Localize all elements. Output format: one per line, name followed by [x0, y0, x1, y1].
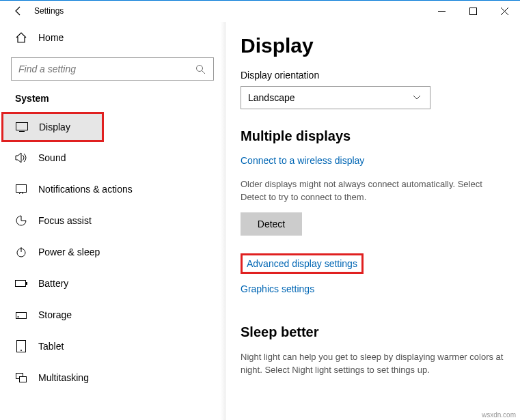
- titlebar: Settings: [0, 0, 520, 22]
- multitasking-icon: [15, 372, 27, 384]
- svg-rect-8: [16, 185, 27, 193]
- sound-icon: [15, 152, 27, 164]
- home-nav[interactable]: Home: [0, 25, 225, 51]
- advanced-display-link[interactable]: Advanced display settings: [247, 258, 357, 269]
- graphics-settings-link[interactable]: Graphics settings: [241, 283, 314, 294]
- nav-notifications[interactable]: Notifications & actions: [0, 173, 225, 205]
- nav-label: Power & sleep: [38, 247, 100, 257]
- nav-multitasking[interactable]: Multitasking: [0, 362, 225, 393]
- svg-point-14: [18, 316, 19, 318]
- sleep-better-heading: Sleep better: [241, 324, 505, 340]
- back-icon[interactable]: [12, 5, 25, 17]
- nav-battery[interactable]: Battery: [0, 268, 225, 299]
- svg-rect-11: [16, 281, 26, 287]
- svg-rect-13: [16, 313, 27, 319]
- nav-label: Display: [39, 122, 70, 132]
- wireless-display-link[interactable]: Connect to a wireless display: [241, 155, 364, 166]
- search-box[interactable]: [11, 57, 214, 81]
- watermark: wsxdn.com: [482, 411, 516, 419]
- orientation-select[interactable]: Landscape: [241, 86, 430, 109]
- nav-label: Battery: [38, 278, 68, 289]
- nav-label: Storage: [38, 309, 72, 320]
- svg-rect-6: [16, 123, 28, 130]
- search-input[interactable]: [18, 64, 194, 74]
- close-button[interactable]: [489, 1, 520, 21]
- svg-rect-18: [20, 377, 27, 382]
- nav-label: Multitasking: [38, 372, 89, 383]
- page-title: Display: [241, 34, 505, 57]
- content-area: Display Display orientation Landscape Mu…: [225, 22, 520, 420]
- maximize-button[interactable]: [457, 1, 489, 21]
- svg-point-4: [196, 65, 202, 71]
- highlight-display: Display: [1, 112, 104, 142]
- power-icon: [15, 246, 27, 258]
- display-icon: [16, 121, 28, 133]
- svg-rect-1: [469, 8, 476, 14]
- nav-label: Focus assist: [38, 215, 92, 226]
- svg-rect-12: [26, 282, 27, 285]
- home-icon: [15, 31, 27, 44]
- tablet-icon: [15, 340, 27, 352]
- section-heading: System: [0, 93, 225, 112]
- minimize-button[interactable]: [426, 1, 457, 21]
- nav-focus-assist[interactable]: Focus assist: [0, 205, 225, 236]
- svg-line-5: [202, 70, 205, 74]
- nav-tablet[interactable]: Tablet: [0, 331, 225, 362]
- nav-label: Notifications & actions: [38, 184, 133, 195]
- home-label: Home: [38, 32, 64, 43]
- nav-display[interactable]: Display: [3, 114, 102, 140]
- storage-icon: [15, 309, 27, 321]
- search-icon: [194, 63, 206, 75]
- focus-icon: [15, 214, 27, 227]
- nav-sound[interactable]: Sound: [0, 142, 225, 173]
- battery-icon: [15, 277, 27, 290]
- detect-description: Older displays might not always connect …: [241, 178, 505, 204]
- orientation-value: Landscape: [248, 92, 295, 103]
- nav-power-sleep[interactable]: Power & sleep: [0, 236, 225, 268]
- window-title: Settings: [34, 6, 64, 16]
- sleep-better-desc: Night light can help you get to sleep by…: [241, 351, 505, 377]
- chevron-down-icon: [411, 92, 423, 104]
- detect-button[interactable]: Detect: [241, 212, 302, 236]
- notifications-icon: [15, 183, 27, 195]
- sidebar: Home System Display Sound Notification: [0, 22, 225, 420]
- orientation-label: Display orientation: [241, 70, 505, 81]
- svg-point-16: [20, 350, 22, 351]
- multiple-displays-heading: Multiple displays: [241, 128, 505, 144]
- highlight-advanced: Advanced display settings: [241, 253, 364, 274]
- nav-label: Sound: [38, 152, 66, 163]
- nav-label: Tablet: [38, 341, 64, 352]
- nav-storage[interactable]: Storage: [0, 299, 225, 331]
